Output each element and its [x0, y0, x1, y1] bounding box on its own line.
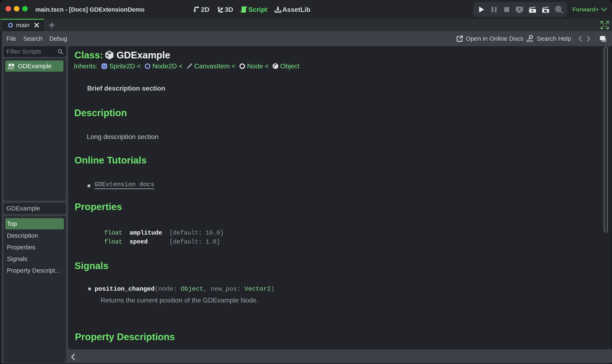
svg-text:DOC: DOC — [8, 66, 14, 69]
svg-text:DOC: DOC — [526, 39, 533, 43]
